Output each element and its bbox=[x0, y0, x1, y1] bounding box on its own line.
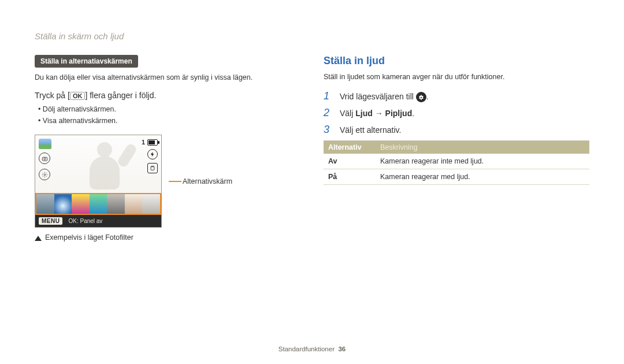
screenshot-caption: Exempelvis i läget Fotofilter bbox=[35, 233, 300, 242]
callout-label: Alternativskärm bbox=[183, 177, 232, 185]
step-text: Välj ett alternativ. bbox=[340, 125, 401, 135]
screenshot-top-left-icons bbox=[39, 139, 51, 180]
table-row: På Kameran reagerar med ljud. bbox=[324, 169, 589, 185]
screenshot-top-right-icons: 1 bbox=[142, 139, 158, 173]
step-pre: Välj bbox=[340, 109, 355, 118]
triangle-up-icon bbox=[35, 236, 42, 241]
counter-value: 1 bbox=[142, 139, 145, 146]
subject-silhouette bbox=[90, 142, 120, 190]
filter-thumb bbox=[90, 194, 107, 214]
step-number: 1 bbox=[324, 90, 334, 102]
caption-text: Exempelvis i läget Fotofilter bbox=[45, 233, 133, 242]
step-text: Välj Ljud → Pipljud. bbox=[340, 109, 414, 118]
filter-thumb bbox=[36, 194, 54, 214]
subsection-intro: Du kan dölja eller visa alternativskärme… bbox=[35, 72, 300, 83]
step-post: . bbox=[426, 92, 429, 101]
screenshot-viewport: 1 bbox=[35, 135, 161, 193]
footer-section: Standardfunktioner bbox=[278, 346, 335, 352]
filter-thumbnail-strip bbox=[35, 193, 161, 215]
ok-button-glyph: OK bbox=[70, 92, 86, 100]
step-bold: Pipljud bbox=[385, 109, 413, 118]
press-instruction: Tryck på [OK] flera gånger i följd. bbox=[35, 91, 300, 100]
td-description: Kameran reagerar med ljud. bbox=[376, 169, 589, 184]
left-column: Ställa in alternatiavskärmen Du kan dölj… bbox=[35, 55, 300, 242]
bullet-list: Dölj alternativskärmen. Visa alternativs… bbox=[38, 103, 300, 127]
camera-icon bbox=[39, 153, 50, 164]
filter-thumb bbox=[142, 194, 160, 214]
menu-badge: MENU bbox=[39, 217, 62, 225]
page-footer: Standardfunktioner 36 bbox=[0, 346, 624, 352]
filter-thumb bbox=[54, 194, 72, 214]
th-description: Beskrivning bbox=[376, 141, 589, 154]
svg-point-2 bbox=[44, 174, 46, 176]
table-row: Av Kameran reagerar inte med ljud. bbox=[324, 154, 589, 169]
table-header: Alternativ Beskrivning bbox=[324, 141, 589, 154]
press-prefix: Tryck på [ bbox=[35, 91, 70, 100]
card-icon bbox=[147, 163, 158, 173]
bullet-item: Dölj alternativskärmen. bbox=[38, 103, 300, 115]
thumbnail-icon bbox=[39, 139, 51, 149]
filter-thumb bbox=[72, 194, 90, 214]
gear-icon bbox=[39, 169, 50, 180]
flash-icon bbox=[147, 149, 158, 159]
th-option: Alternativ bbox=[324, 141, 376, 154]
step-text: Vrid lägesväljaren till . bbox=[340, 92, 429, 102]
battery-icon bbox=[147, 139, 158, 146]
gear-fill-icon bbox=[416, 92, 426, 102]
td-option: Av bbox=[324, 154, 376, 169]
step: 1 Vrid lägesväljaren till . bbox=[324, 90, 589, 102]
screenshot-with-callout: 1 bbox=[35, 135, 300, 228]
press-suffix: ] flera gånger i följd. bbox=[85, 91, 156, 100]
right-heading: Ställa in ljud bbox=[324, 55, 589, 67]
filter-thumb bbox=[107, 194, 125, 214]
subsection-pill: Ställa in alternatiavskärmen bbox=[35, 55, 138, 68]
two-column-layout: Ställa in alternatiavskärmen Du kan dölj… bbox=[35, 55, 589, 242]
step-pre: Vrid lägesväljaren till bbox=[340, 92, 416, 101]
screenshot-bottom-bar: MENU OK: Panel av bbox=[35, 215, 161, 227]
page: Ställa in skärm och ljud Ställa in alter… bbox=[0, 0, 624, 364]
step: 3 Välj ett alternativ. bbox=[324, 124, 589, 136]
section-header: Ställa in skärm och ljud bbox=[35, 31, 589, 41]
callout: Alternativskärm bbox=[169, 177, 232, 185]
footer-page-number: 36 bbox=[338, 346, 346, 352]
step-number: 2 bbox=[324, 107, 334, 119]
bullet-item: Visa alternativskärmen. bbox=[38, 115, 300, 127]
right-intro: Ställ in ljudet som kameran avger när du… bbox=[324, 72, 589, 82]
arrow-icon: → bbox=[373, 109, 385, 118]
step: 2 Välj Ljud → Pipljud. bbox=[324, 107, 589, 119]
step-bold: Ljud bbox=[355, 109, 373, 118]
filter-thumb bbox=[125, 194, 143, 214]
right-column: Ställa in ljud Ställ in ljudet som kamer… bbox=[324, 55, 589, 242]
svg-point-1 bbox=[43, 158, 45, 159]
td-option: På bbox=[324, 169, 376, 184]
step-post: . bbox=[412, 109, 414, 118]
td-description: Kameran reagerar inte med ljud. bbox=[376, 154, 589, 169]
steps-list: 1 Vrid lägesväljaren till . 2 Välj Ljud … bbox=[324, 90, 589, 136]
callout-line bbox=[169, 181, 181, 182]
options-table: Alternativ Beskrivning Av Kameran reager… bbox=[324, 140, 589, 185]
bottom-bar-text: OK: Panel av bbox=[68, 218, 102, 224]
step-number: 3 bbox=[324, 124, 334, 136]
camera-screenshot: 1 bbox=[35, 135, 162, 228]
